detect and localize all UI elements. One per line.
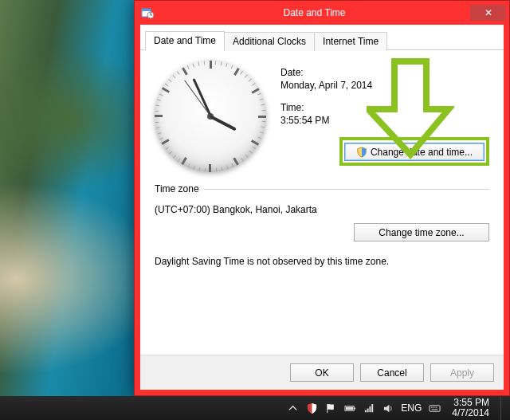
date-time-icon [141,6,154,19]
ok-button[interactable]: OK [290,363,354,382]
tab-date-and-time[interactable]: Date and Time [145,31,225,50]
svg-rect-10 [432,409,438,410]
date-label: Date: [280,67,489,78]
change-date-time-label: Change date and time... [371,147,473,158]
tray-language[interactable]: ENG [401,402,422,414]
date-value: Monday, April 7, 2014 [280,80,489,91]
tray-chevron-icon[interactable] [286,402,299,414]
svg-rect-5 [346,406,353,410]
tray-keyboard-icon[interactable] [428,402,441,414]
taskbar[interactable]: ENG 3:55 PM 4/7/2014 [0,396,510,420]
tab-additional-clocks[interactable]: Additional Clocks [224,32,315,51]
svg-rect-7 [431,406,433,407]
dst-note: Daylight Saving Time is not observed by … [155,256,489,267]
titlebar[interactable]: Date and Time ✕ [135,1,509,25]
tray-battery-icon[interactable] [343,402,356,414]
tray-date: 4/7/2014 [452,408,489,418]
svg-rect-4 [354,407,355,409]
desktop-background: Date and Time ✕ Date and Time Additional… [0,0,510,420]
svg-rect-6 [430,405,440,411]
system-tray: ENG 3:55 PM 4/7/2014 [286,396,510,420]
svg-rect-1 [142,9,151,11]
svg-rect-8 [433,406,434,407]
svg-rect-9 [435,406,437,407]
time-label: Time: [280,102,489,113]
timezone-value: (UTC+07:00) Bangkok, Hanoi, Jakarta [155,204,489,215]
tray-flag-icon[interactable] [324,402,337,414]
uac-shield-icon [356,147,367,158]
change-date-time-button[interactable]: Change date and time... [344,143,484,161]
analog-clock [155,61,266,172]
client-area: Date and Time Additional Clocks Internet… [140,25,504,390]
dialog-button-row: OK Cancel Apply [140,355,504,390]
time-value: 3:55:54 PM [280,115,489,126]
date-time-window: Date and Time ✕ Date and Time Additional… [134,0,510,396]
apply-button[interactable]: Apply [430,363,494,382]
timezone-legend: Time zone [155,183,199,194]
window-title: Date and Time [159,7,470,18]
tray-clock[interactable]: 3:55 PM 4/7/2014 [447,398,494,418]
tabstrip: Date and Time Additional Clocks Internet… [140,26,504,50]
tray-volume-icon[interactable] [382,402,394,414]
change-timezone-button[interactable]: Change time zone... [354,223,489,241]
tray-shield-icon[interactable] [305,402,318,414]
tab-internet-time[interactable]: Internet Time [314,32,387,51]
tab-panel: Date: Monday, April 7, 2014 Time: 3:55:5… [140,49,504,354]
cancel-button[interactable]: Cancel [360,363,424,382]
close-button[interactable]: ✕ [470,5,506,21]
show-desktop-button[interactable] [500,396,507,420]
timezone-section: Time zone (UTC+07:00) Bangkok, Hanoi, Ja… [155,183,489,267]
divider [204,189,489,190]
close-icon: ✕ [484,7,492,18]
tray-network-icon[interactable] [363,402,375,414]
annotation-highlight-box: Change date and time... [339,137,489,166]
